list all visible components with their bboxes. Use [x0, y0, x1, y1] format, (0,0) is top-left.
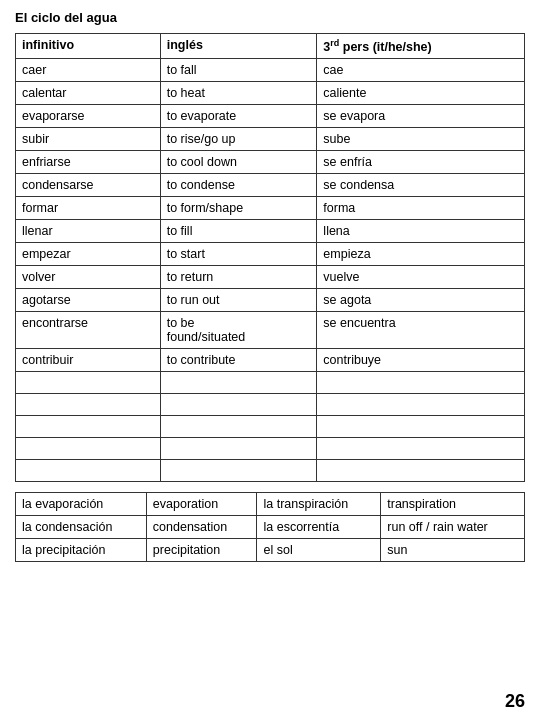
- vocab-cell-0-3: transpiration: [381, 493, 525, 516]
- vocab-cell-1-0: la condensación: [16, 516, 147, 539]
- table-row: empezarto startempieza: [16, 243, 525, 266]
- cell-4-2: se enfría: [317, 151, 525, 174]
- header-col-2: inglés: [160, 34, 317, 59]
- cell-8-2: empieza: [317, 243, 525, 266]
- table-row: [16, 460, 525, 482]
- table-row: contribuirto contributecontribuye: [16, 349, 525, 372]
- cell-16-0: [16, 438, 161, 460]
- cell-6-1: to form/shape: [160, 197, 317, 220]
- cell-0-2: cae: [317, 59, 525, 82]
- header-col-3: 3rd pers (it/he/she): [317, 34, 525, 59]
- table-row: llenarto fillllena: [16, 220, 525, 243]
- cell-3-0: subir: [16, 128, 161, 151]
- cell-1-2: caliente: [317, 82, 525, 105]
- vocab-row: la evaporaciónevaporationla transpiració…: [16, 493, 525, 516]
- table-header-row: infinitivoinglés3rd pers (it/he/she): [16, 34, 525, 59]
- cell-11-2: se encuentra: [317, 312, 525, 349]
- vocab-cell-0-2: la transpiración: [257, 493, 381, 516]
- cell-8-0: empezar: [16, 243, 161, 266]
- table-row: subirto rise/go upsube: [16, 128, 525, 151]
- table-row: agotarseto run outse agota: [16, 289, 525, 312]
- cell-13-1: [160, 372, 317, 394]
- cell-8-1: to start: [160, 243, 317, 266]
- cell-3-2: sube: [317, 128, 525, 151]
- cell-11-0: encontrarse: [16, 312, 161, 349]
- cell-2-1: to evaporate: [160, 105, 317, 128]
- vocab-cell-1-2: la escorrentía: [257, 516, 381, 539]
- cell-10-1: to run out: [160, 289, 317, 312]
- vocab-cell-2-3: sun: [381, 539, 525, 562]
- cell-7-1: to fill: [160, 220, 317, 243]
- cell-15-1: [160, 416, 317, 438]
- cell-17-2: [317, 460, 525, 482]
- cell-9-0: volver: [16, 266, 161, 289]
- cell-4-0: enfriarse: [16, 151, 161, 174]
- cell-3-1: to rise/go up: [160, 128, 317, 151]
- cell-16-1: [160, 438, 317, 460]
- cell-7-2: llena: [317, 220, 525, 243]
- main-table: infinitivoinglés3rd pers (it/he/she) cae…: [15, 33, 525, 482]
- cell-5-0: condensarse: [16, 174, 161, 197]
- table-row: caerto fallcae: [16, 59, 525, 82]
- cell-4-1: to cool down: [160, 151, 317, 174]
- cell-11-1: to befound/situated: [160, 312, 317, 349]
- cell-14-1: [160, 394, 317, 416]
- cell-7-0: llenar: [16, 220, 161, 243]
- vocab-table: la evaporaciónevaporationla transpiració…: [15, 492, 525, 562]
- header-col-1: infinitivo: [16, 34, 161, 59]
- table-row: [16, 438, 525, 460]
- table-row: calentarto heatcaliente: [16, 82, 525, 105]
- vocab-row: la condensacióncondensationla escorrentí…: [16, 516, 525, 539]
- table-row: enfriarseto cool downse enfría: [16, 151, 525, 174]
- vocab-cell-1-1: condensation: [146, 516, 257, 539]
- cell-17-0: [16, 460, 161, 482]
- cell-6-0: formar: [16, 197, 161, 220]
- cell-5-1: to condense: [160, 174, 317, 197]
- cell-12-2: contribuye: [317, 349, 525, 372]
- vocab-cell-1-3: run off / rain water: [381, 516, 525, 539]
- cell-9-1: to return: [160, 266, 317, 289]
- cell-12-0: contribuir: [16, 349, 161, 372]
- vocab-cell-2-1: precipitation: [146, 539, 257, 562]
- vocab-cell-0-0: la evaporación: [16, 493, 147, 516]
- cell-16-2: [317, 438, 525, 460]
- vocab-row: la precipitaciónprecipitationel solsun: [16, 539, 525, 562]
- cell-10-2: se agota: [317, 289, 525, 312]
- vocab-cell-2-2: el sol: [257, 539, 381, 562]
- table-row: [16, 394, 525, 416]
- cell-9-2: vuelve: [317, 266, 525, 289]
- table-row: [16, 416, 525, 438]
- cell-1-0: calentar: [16, 82, 161, 105]
- cell-6-2: forma: [317, 197, 525, 220]
- page-number: 26: [505, 691, 525, 712]
- cell-15-0: [16, 416, 161, 438]
- cell-0-0: caer: [16, 59, 161, 82]
- table-row: formarto form/shapeforma: [16, 197, 525, 220]
- table-row: volverto returnvuelve: [16, 266, 525, 289]
- vocab-cell-2-0: la precipitación: [16, 539, 147, 562]
- table-row: condensarseto condensese condensa: [16, 174, 525, 197]
- table-row: evaporarseto evaporatese evapora: [16, 105, 525, 128]
- cell-2-2: se evapora: [317, 105, 525, 128]
- cell-14-0: [16, 394, 161, 416]
- cell-13-0: [16, 372, 161, 394]
- table-row: encontrarseto befound/situatedse encuent…: [16, 312, 525, 349]
- cell-13-2: [317, 372, 525, 394]
- cell-2-0: evaporarse: [16, 105, 161, 128]
- cell-5-2: se condensa: [317, 174, 525, 197]
- cell-15-2: [317, 416, 525, 438]
- cell-0-1: to fall: [160, 59, 317, 82]
- page-title: El ciclo del agua: [15, 10, 525, 25]
- vocab-cell-0-1: evaporation: [146, 493, 257, 516]
- cell-17-1: [160, 460, 317, 482]
- cell-14-2: [317, 394, 525, 416]
- cell-1-1: to heat: [160, 82, 317, 105]
- cell-10-0: agotarse: [16, 289, 161, 312]
- cell-12-1: to contribute: [160, 349, 317, 372]
- table-row: [16, 372, 525, 394]
